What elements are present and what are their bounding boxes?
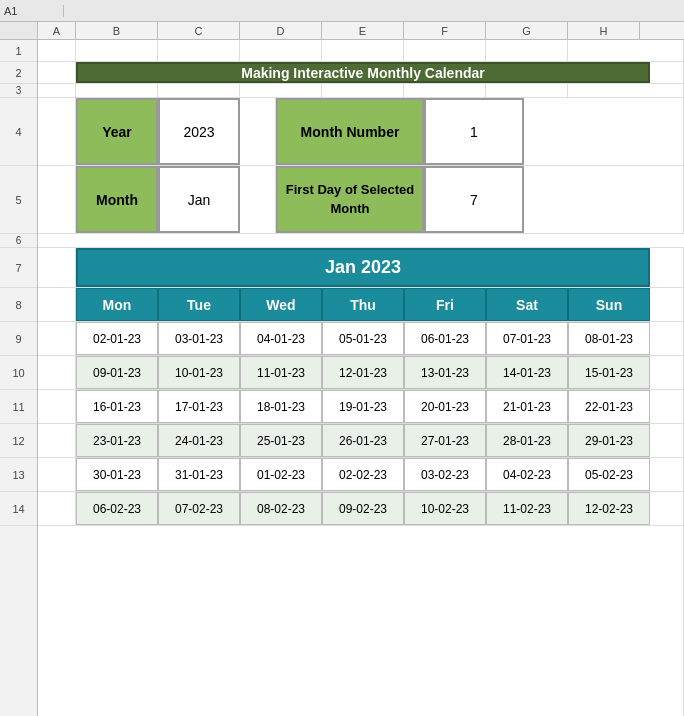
cal-header-thu: Thu: [322, 288, 404, 321]
month-number-value[interactable]: 1: [424, 98, 524, 165]
cal-r4-d3[interactable]: 25-01-23: [240, 424, 322, 457]
cell-e1: [240, 40, 322, 61]
rownum-7: 7: [0, 248, 37, 288]
row-4: Year 2023 Month Number 1: [38, 98, 684, 166]
cell-d3: [158, 84, 240, 97]
col-header-a: A: [38, 22, 76, 39]
cal-r1-d7[interactable]: 08-01-23: [568, 322, 650, 355]
cal-r4-d4[interactable]: 26-01-23: [322, 424, 404, 457]
cal-r1-d5[interactable]: 06-01-23: [404, 322, 486, 355]
year-value[interactable]: 2023: [158, 98, 240, 165]
cal-r4-d6[interactable]: 28-01-23: [486, 424, 568, 457]
cal-r5-d4[interactable]: 02-02-23: [322, 458, 404, 491]
first-day-value[interactable]: 7: [424, 166, 524, 233]
rownum-10: 10: [0, 356, 37, 390]
row-8: Mon Tue Wed Thu Fri Sat Sun: [38, 288, 684, 322]
cal-r2-d5[interactable]: 13-01-23: [404, 356, 486, 389]
mid-spacer-4: [240, 98, 276, 165]
cal-r3-d4[interactable]: 19-01-23: [322, 390, 404, 423]
rownum-14: 14: [0, 492, 37, 526]
sheet-body: 1 2 3 4 5 6 7 8 9 10 11 12 13 14: [0, 40, 684, 716]
cal-r3-d1[interactable]: 16-01-23: [76, 390, 158, 423]
cal-r2-d4[interactable]: 12-01-23: [322, 356, 404, 389]
cell-b2: [38, 62, 76, 83]
cal-r1-d6[interactable]: 07-01-23: [486, 322, 568, 355]
mid-spacer-5: [240, 166, 276, 233]
cal-r5-d5[interactable]: 03-02-23: [404, 458, 486, 491]
first-day-label: First Day of Selected Month: [276, 166, 424, 233]
cell-b7-empty: [38, 248, 76, 287]
cal-r1-d4[interactable]: 05-01-23: [322, 322, 404, 355]
cal-r5-d3[interactable]: 01-02-23: [240, 458, 322, 491]
cell-reference: A1: [4, 5, 64, 17]
row-7: Jan 2023: [38, 248, 684, 288]
rownum-4: 4: [0, 98, 37, 166]
rownum-11: 11: [0, 390, 37, 424]
row-5: Month Jan First Day of Selected Month 7: [38, 166, 684, 234]
cal-r5-d6[interactable]: 04-02-23: [486, 458, 568, 491]
cell-i7: [650, 248, 684, 287]
cal-r6-d3[interactable]: 08-02-23: [240, 492, 322, 525]
cal-header-sat: Sat: [486, 288, 568, 321]
calendar-title: Jan 2023: [325, 257, 401, 278]
rownum-2: 2: [0, 62, 37, 84]
cal-r6-d4[interactable]: 09-02-23: [322, 492, 404, 525]
cal-row-1: 02-01-23 03-01-23 04-01-23 05-01-23 06-0…: [38, 322, 684, 356]
cal-r6-d2[interactable]: 07-02-23: [158, 492, 240, 525]
title-cell: Making Interactive Monthly Calendar: [76, 62, 650, 83]
col-header-b: B: [76, 22, 158, 39]
row-2: Making Interactive Monthly Calendar: [38, 62, 684, 84]
cell-i3: [568, 84, 684, 97]
cal-r2-d2[interactable]: 10-01-23: [158, 356, 240, 389]
cal-r2-d3[interactable]: 11-01-23: [240, 356, 322, 389]
cal-r3-d6[interactable]: 21-01-23: [486, 390, 568, 423]
cell-b4-empty: [38, 98, 76, 165]
row-1: [38, 40, 684, 62]
cell-h3: [486, 84, 568, 97]
cal-r1-d3[interactable]: 04-01-23: [240, 322, 322, 355]
cal-r4-d5[interactable]: 27-01-23: [404, 424, 486, 457]
cal-r5-d2[interactable]: 31-01-23: [158, 458, 240, 491]
row-3: [38, 84, 684, 98]
cal-r4-d1[interactable]: 23-01-23: [76, 424, 158, 457]
cal-r5-d1[interactable]: 30-01-23: [76, 458, 158, 491]
cal-r2-d6[interactable]: 14-01-23: [486, 356, 568, 389]
cal-r6-d6[interactable]: 11-02-23: [486, 492, 568, 525]
calendar-title-cell: Jan 2023: [76, 248, 650, 287]
cal-header-wed: Wed: [240, 288, 322, 321]
cal-r2-d7[interactable]: 15-01-23: [568, 356, 650, 389]
cal-r3-d7[interactable]: 22-01-23: [568, 390, 650, 423]
cal-r1-d1[interactable]: 02-01-23: [76, 322, 158, 355]
col-header-d: D: [240, 22, 322, 39]
cal-r1-d2[interactable]: 03-01-23: [158, 322, 240, 355]
year-label: Year: [76, 98, 158, 165]
cal-header-fri: Fri: [404, 288, 486, 321]
cal-row-4: 23-01-23 24-01-23 25-01-23 26-01-23 27-0…: [38, 424, 684, 458]
col-header-f: F: [404, 22, 486, 39]
cell-i5: [524, 166, 684, 233]
cell-i4: [524, 98, 684, 165]
row-numbers: 1 2 3 4 5 6 7 8 9 10 11 12 13 14: [0, 40, 38, 716]
cal-r3-d5[interactable]: 20-01-23: [404, 390, 486, 423]
month-number-label: Month Number: [276, 98, 424, 165]
cal-r6-d5[interactable]: 10-02-23: [404, 492, 486, 525]
cal-r3-d3[interactable]: 18-01-23: [240, 390, 322, 423]
month-value[interactable]: Jan: [158, 166, 240, 233]
cal-r5-d7[interactable]: 05-02-23: [568, 458, 650, 491]
cal-r6-d1[interactable]: 06-02-23: [76, 492, 158, 525]
cal-header-tue: Tue: [158, 288, 240, 321]
cell-b8-empty: [38, 288, 76, 321]
spreadsheet: A1 A B C D E F G H 1 2 3 4 5 6 7 8 9 10 …: [0, 0, 684, 716]
cell-b3: [38, 84, 76, 97]
cal-r4-d7[interactable]: 29-01-23: [568, 424, 650, 457]
cal-r2-d1[interactable]: 09-01-23: [76, 356, 158, 389]
cal-r3-d2[interactable]: 17-01-23: [158, 390, 240, 423]
rownum-5: 5: [0, 166, 37, 234]
formula-bar: A1: [0, 0, 684, 22]
col-header-h: H: [568, 22, 640, 39]
cal-header-mon: Mon: [76, 288, 158, 321]
cell-f3: [322, 84, 404, 97]
cal-header-sun: Sun: [568, 288, 650, 321]
cal-r4-d2[interactable]: 24-01-23: [158, 424, 240, 457]
cal-r6-d7[interactable]: 12-02-23: [568, 492, 650, 525]
